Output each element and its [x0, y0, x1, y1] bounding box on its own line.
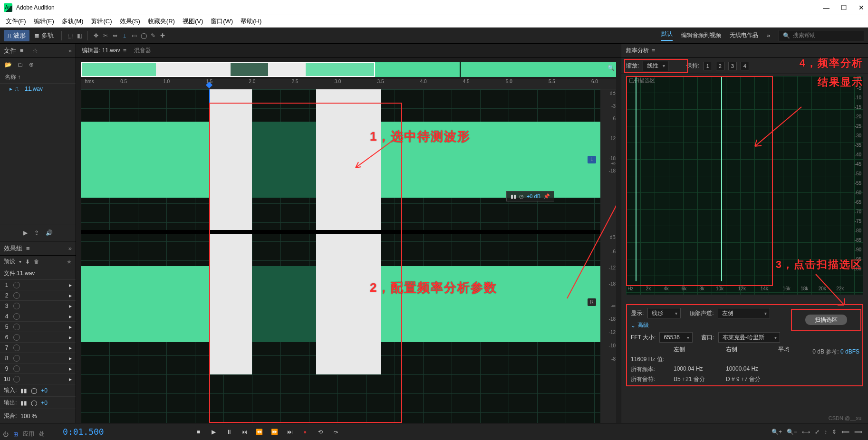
forward-button[interactable]: ⏩ [270, 428, 279, 436]
display-dropdown[interactable]: 线形 [647, 308, 681, 318]
output-knob-icon[interactable]: ◯ [31, 400, 37, 406]
input-gain[interactable]: +0 [41, 387, 48, 394]
speaker-icon[interactable]: 🔊 [46, 230, 53, 236]
fx-slot[interactable]: 5▸ [0, 321, 76, 332]
hold-slot[interactable]: 4 [741, 62, 749, 70]
play-button[interactable]: ▶ [210, 428, 218, 436]
panel-more-icon[interactable]: » [68, 245, 72, 252]
menu-multitrack[interactable]: 多轨(M) [58, 15, 87, 28]
menu-file[interactable]: 文件(F) [2, 15, 30, 28]
files-name-header[interactable]: 名称 ↑ [0, 71, 76, 84]
workspace-radio[interactable]: 无线电作品 [730, 31, 758, 39]
waveform-editor[interactable]: dB-3-6-12-18-∞-18 dB-6-12-18-∞-18-12-10-… [81, 89, 616, 423]
heal-tool-icon[interactable]: ✚ [158, 31, 167, 40]
waveform-mode-button[interactable]: ⎍ 波形 [4, 30, 29, 41]
channel-left-badge[interactable]: L [588, 156, 596, 163]
fx-slot[interactable]: 10▸ [0, 373, 76, 384]
fx-slot[interactable]: 1▸ [0, 279, 76, 290]
power-icon[interactable] [13, 365, 20, 372]
zoom-sel-icon[interactable]: ⤢ [815, 429, 820, 435]
window-dropdown[interactable]: 布莱克曼-哈里斯 [718, 332, 780, 343]
zoom-full-icon[interactable]: ⟷ [802, 429, 810, 435]
zoom-tool-icon[interactable]: 🔍 [607, 64, 615, 72]
loop-button[interactable]: ⟲ [316, 428, 325, 436]
go-end-button[interactable]: ⏭ [286, 428, 294, 436]
power-icon[interactable] [13, 282, 20, 288]
apply-button[interactable]: 应用 [23, 430, 34, 438]
spectral-icon[interactable]: ◧ [75, 31, 84, 40]
overview-strip[interactable] [81, 62, 616, 77]
mix-value[interactable]: 100 % [20, 413, 37, 420]
workspace-default[interactable]: 默认 [661, 30, 673, 41]
zoom-in-icon[interactable]: 🔍+ [772, 429, 782, 435]
workspace-more-icon[interactable]: » [767, 32, 770, 39]
help-search-input[interactable]: 🔍 搜索帮助 [779, 30, 864, 41]
export-icon[interactable]: ⇪ [34, 230, 39, 236]
zoom-right-icon[interactable]: ⟹ [854, 429, 862, 435]
hold-slot[interactable]: 2 [716, 62, 724, 70]
multitrack-mode-button[interactable]: ≣ 多轨 [30, 30, 58, 41]
fx-slot[interactable]: 9▸ [0, 363, 76, 373]
record-button[interactable]: ● [301, 428, 309, 436]
move-tool-icon[interactable]: ✥ [92, 31, 100, 40]
power-icon[interactable] [13, 303, 20, 309]
rewind-button[interactable]: ⏪ [255, 428, 264, 436]
editor-tab[interactable]: 编辑器: 11.wav ≡ [82, 47, 126, 55]
fx-slot[interactable]: 2▸ [0, 290, 76, 300]
lasso-tool-icon[interactable]: ◯ [139, 31, 148, 40]
menu-view[interactable]: 视图(V) [179, 15, 207, 28]
power-icon[interactable] [13, 344, 20, 351]
menu-window[interactable]: 窗口(W) [207, 15, 237, 28]
zoom-dropdown[interactable]: 线性 [643, 61, 668, 71]
slip-tool-icon[interactable]: ⇔ [111, 31, 119, 40]
zoom-in-v-icon[interactable]: ↕ [824, 429, 827, 435]
delete-preset-icon[interactable]: 🗑 [34, 258, 39, 265]
fx-slot[interactable]: 8▸ [0, 353, 76, 363]
menu-effect[interactable]: 效果(S) [116, 15, 144, 28]
go-start-button[interactable]: ⏮ [240, 428, 249, 436]
time-ruler[interactable]: hms 0.5 1.0 1.5 2.0 2.5 3.0 3.5 4.0 4.5 … [81, 79, 616, 89]
workspace-audio-video[interactable]: 编辑音频到视频 [681, 31, 721, 39]
hud-icon[interactable]: ⬚ [66, 31, 74, 40]
play-icon[interactable]: ▶ [23, 230, 28, 236]
zoom-out-icon[interactable]: 🔍− [787, 429, 797, 435]
input-knob-icon[interactable]: ◯ [31, 387, 37, 394]
files-menu-icon[interactable]: ≡ [20, 47, 24, 54]
output-gain[interactable]: +0 [41, 400, 48, 406]
menu-help[interactable]: 帮助(H) [237, 15, 265, 28]
skip-button[interactable]: ⤼ [331, 428, 340, 436]
fx-slot[interactable]: 3▸ [0, 300, 76, 311]
marquee-tool-icon[interactable]: ▭ [130, 31, 138, 40]
close-button[interactable]: ✕ [858, 4, 864, 11]
zoom-out-v-icon[interactable]: ⇕ [832, 429, 837, 435]
hold-slot[interactable]: 3 [728, 62, 737, 70]
power-icon[interactable] [13, 334, 20, 341]
time-selection-tool-icon[interactable]: 𝙸 [120, 31, 129, 40]
fft-dropdown[interactable]: 65536 [659, 332, 693, 343]
menu-edit[interactable]: 编辑(E) [30, 15, 58, 28]
new-file-icon[interactable]: ⊕ [29, 61, 34, 68]
fx-slot[interactable]: 7▸ [0, 342, 76, 353]
pause-button[interactable]: ⏸ [225, 428, 233, 436]
stop-button[interactable]: ■ [194, 428, 203, 436]
panel-more-icon[interactable]: » [68, 47, 72, 54]
save-preset-icon[interactable]: ⬇ [25, 258, 30, 265]
zoom-left-icon[interactable]: ⟸ [841, 429, 849, 435]
mixer-tab[interactable]: 混音器 [134, 47, 151, 55]
fx-slot[interactable]: 6▸ [0, 332, 76, 342]
minimize-button[interactable]: — [823, 4, 829, 11]
power-icon[interactable]: ⏻ [3, 431, 9, 438]
spectrum-display[interactable]: 已扫描选区 dB-5-10-15-20-25-30-35-40-45-50-55… [626, 76, 863, 295]
open-folder-icon[interactable]: 📂 [5, 61, 12, 68]
fx-slot[interactable]: 4▸ [0, 311, 76, 321]
channel-right-badge[interactable]: R [588, 298, 596, 306]
pin-icon[interactable]: 📌 [543, 193, 550, 200]
grid-icon[interactable]: ⊞ [13, 431, 18, 438]
power-icon[interactable] [13, 292, 20, 299]
file-item[interactable]: ▸ ⎍ 11.wav [0, 84, 76, 94]
advanced-toggle[interactable]: ⌄高级 [631, 321, 858, 329]
razor-tool-icon[interactable]: ✂ [101, 31, 110, 40]
timecode[interactable]: 0:01.500 [63, 427, 104, 437]
channel-dropdown[interactable]: 左侧 [718, 308, 770, 318]
favorite-icon[interactable]: ★ [67, 258, 72, 265]
